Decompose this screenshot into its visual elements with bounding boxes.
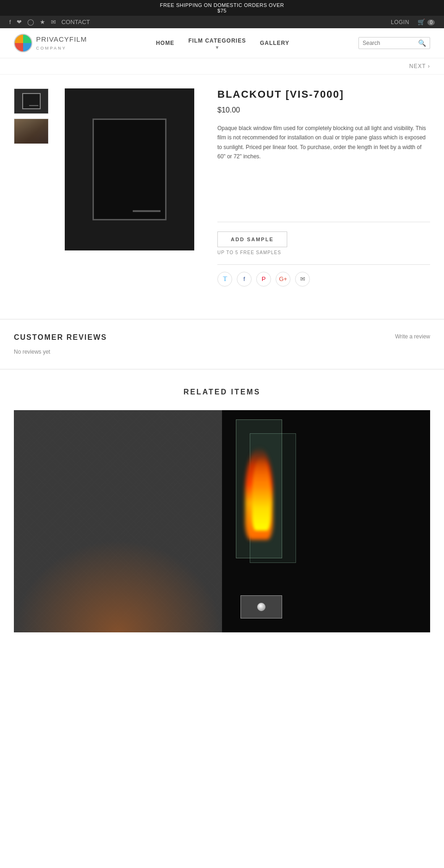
no-reviews-text: No reviews yet xyxy=(14,349,107,355)
logo-circle-icon xyxy=(14,34,32,52)
product-price: $10.00 xyxy=(217,106,430,114)
facebook-social-icon[interactable]: f xyxy=(9,19,11,25)
product-main-image xyxy=(65,88,194,250)
instagram-social-icon[interactable]: ◯ xyxy=(27,19,34,25)
related-item-image[interactable] xyxy=(14,410,430,632)
product-description: Opaque black window film used for comple… xyxy=(217,124,430,162)
top-nav-right: LOGIN 🛒 0 xyxy=(391,19,435,25)
add-sample-button[interactable]: ADD SAMPLE xyxy=(217,231,287,247)
rss-social-icon[interactable]: ★ xyxy=(40,19,45,25)
main-image-graphic xyxy=(92,119,166,220)
login-link[interactable]: LOGIN xyxy=(391,19,409,25)
related-items-section: RELATED ITEMS xyxy=(0,369,444,651)
nav-film-categories-link[interactable]: FILM CATEGORIES xyxy=(188,37,246,44)
email-share-button[interactable]: ✉ xyxy=(295,272,310,287)
top-banner: FREE SHIPPING ON DOMESTIC ORDERS OVER $7… xyxy=(0,0,444,16)
bottom-item xyxy=(240,595,282,618)
product-options xyxy=(217,175,430,212)
search-box: 🔍 xyxy=(358,37,430,49)
write-review-link[interactable]: Write a review xyxy=(395,333,430,340)
thumbnail-2[interactable] xyxy=(14,119,49,144)
email-social-icon[interactable]: ✉ xyxy=(51,19,56,25)
facebook-share-button[interactable]: f xyxy=(237,272,252,287)
related-image-left-carbon xyxy=(14,410,222,632)
next-label: NEXT xyxy=(409,63,426,69)
logo-company: COMPANY xyxy=(36,46,67,50)
reviews-header: CUSTOMER REVIEWS No reviews yet Write a … xyxy=(14,333,430,355)
logo-privacy: PRIVACY xyxy=(36,35,69,43)
fire-effect-2 xyxy=(252,456,271,531)
twitter-share-button[interactable]: 𝕋 xyxy=(217,272,232,287)
product-area: BLACKOUT [VIS-7000] $10.00 Opaque black … xyxy=(0,75,444,300)
banner-line1: FREE SHIPPING ON DOMESTIC ORDERS OVER xyxy=(5,2,439,8)
nav-home[interactable]: HOME xyxy=(156,40,174,46)
product-navigation: NEXT › xyxy=(0,58,444,75)
free-samples-text: UP TO 5 FREE SAMPLES xyxy=(217,250,430,255)
product-thumbnails xyxy=(14,88,51,287)
thumb-img-2 xyxy=(14,119,48,144)
divider-1 xyxy=(217,222,430,222)
product-title: BLACKOUT [VIS-7000] xyxy=(217,88,430,100)
main-navigation: HOME FILM CATEGORIES ▼ GALLERY xyxy=(156,37,290,50)
next-product-link[interactable]: NEXT › xyxy=(409,63,430,69)
nav-gallery[interactable]: GALLERY xyxy=(260,40,290,46)
thumbnail-1[interactable] xyxy=(14,88,49,114)
top-nav-bar: f ❤ ◯ ★ ✉ CONTACT LOGIN 🛒 0 xyxy=(0,16,444,28)
pinterest-social-icon[interactable]: ❤ xyxy=(17,19,22,25)
knob-icon xyxy=(257,603,265,611)
banner-line2: $75 xyxy=(5,8,439,13)
reviews-title: CUSTOMER REVIEWS xyxy=(14,333,107,342)
main-header: PRIVACYFILM COMPANY HOME FILM CATEGORIES… xyxy=(0,28,444,58)
reviews-left: CUSTOMER REVIEWS No reviews yet xyxy=(14,333,107,355)
product-details: BLACKOUT [VIS-7000] $10.00 Opaque black … xyxy=(208,88,430,287)
thumb-inner-1 xyxy=(22,93,41,109)
related-image-container xyxy=(14,410,430,632)
logo[interactable]: PRIVACYFILM COMPANY xyxy=(14,34,87,52)
social-share: 𝕋 f P G+ ✉ xyxy=(217,264,430,287)
cart-count: 0 xyxy=(427,19,435,25)
contact-link[interactable]: CONTACT xyxy=(62,19,90,25)
logo-text: PRIVACYFILM COMPANY xyxy=(36,35,87,51)
nav-film-categories[interactable]: FILM CATEGORIES ▼ xyxy=(188,37,246,50)
social-icons-group: f ❤ ◯ ★ ✉ CONTACT xyxy=(9,19,90,25)
reviews-section: CUSTOMER REVIEWS No reviews yet Write a … xyxy=(0,319,444,369)
next-arrow-icon: › xyxy=(428,63,430,69)
search-button[interactable]: 🔍 xyxy=(418,39,426,47)
search-input[interactable] xyxy=(363,40,418,46)
googleplus-share-button[interactable]: G+ xyxy=(276,272,290,287)
pinterest-share-button[interactable]: P xyxy=(256,272,271,287)
chevron-down-icon: ▼ xyxy=(188,45,246,50)
related-image-right-fire xyxy=(222,410,430,632)
logo-film: FILM xyxy=(69,35,87,43)
related-items-title: RELATED ITEMS xyxy=(14,388,430,396)
add-sample-section: ADD SAMPLE UP TO 5 FREE SAMPLES xyxy=(217,231,430,255)
cart-icon[interactable]: 🛒 0 xyxy=(418,19,435,25)
